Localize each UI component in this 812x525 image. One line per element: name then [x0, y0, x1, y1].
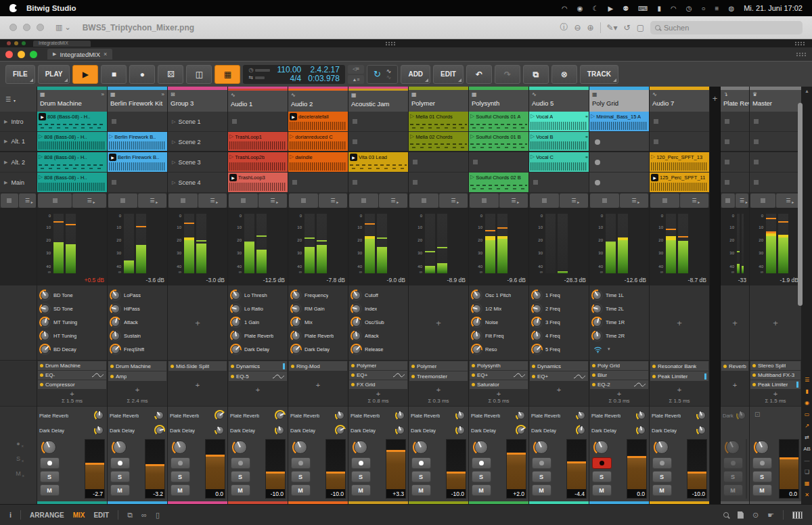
accessibility-icon[interactable]: ⚉ [623, 5, 629, 12]
clip-slot[interactable]: ▷Mella 01 Chords [409, 112, 468, 132]
mute-button[interactable]: M [171, 484, 190, 496]
dual-display-icon[interactable]: ⧉ [127, 511, 133, 520]
vertical-scrollbar[interactable] [798, 103, 803, 306]
add-remote-control-button[interactable]: + [723, 288, 747, 357]
tempo-display[interactable]: 110.00 [277, 66, 301, 74]
track-stop-button[interactable] [38, 193, 72, 208]
clip-slot[interactable]: ▷Scene 3 [168, 152, 227, 173]
drag-handle-icon[interactable] [796, 52, 807, 57]
record-arm-button[interactable] [171, 457, 190, 469]
scene-row[interactable]: ▶Intro [0, 112, 37, 132]
macro-knob[interactable] [351, 290, 362, 301]
close-window-button[interactable] [9, 24, 17, 31]
panel-icon[interactable]: ▯ [156, 511, 160, 520]
macro-knob[interactable] [351, 344, 362, 355]
volume-fader[interactable]: +2.0 [506, 439, 526, 499]
clip-slot[interactable] [589, 132, 649, 152]
chevron-down-icon[interactable]: ▾ [608, 346, 610, 352]
tempo-slider[interactable] [255, 69, 270, 72]
volume-fader[interactable]: -10.0 [265, 439, 286, 499]
clip-play-icon[interactable]: ▷ [531, 114, 535, 119]
spotlight-icon[interactable]: ○ [702, 5, 706, 12]
clip-stop-button[interactable] [725, 160, 729, 164]
send-knob[interactable] [335, 410, 346, 421]
clip-play-icon[interactable]: ▷ [651, 154, 655, 160]
project-tab[interactable]: ▶ IntegratedMIX × [47, 49, 112, 60]
solo-button[interactable]: S [723, 471, 743, 482]
device-power-dot[interactable] [752, 383, 756, 386]
device-item[interactable]: EQ+ [349, 371, 407, 380]
time-display[interactable]: 0:03.978 [308, 74, 340, 83]
record-arm-button[interactable] [291, 457, 311, 469]
macro-knob[interactable] [230, 344, 242, 355]
solo-button[interactable]: S [351, 471, 371, 482]
stop-button[interactable]: ■ [101, 65, 127, 84]
track-stop-button[interactable] [590, 193, 619, 208]
clip-slot[interactable]: ▶deceleratefall [288, 112, 348, 132]
clip-slot[interactable]: ▷TrashLoop1 [228, 132, 288, 152]
edit-menu-button[interactable]: EDIT [433, 65, 464, 84]
macro-knob[interactable] [39, 344, 51, 355]
clip-slot[interactable]: ▷808 (Bass-08) - H.. [37, 173, 107, 193]
device-item[interactable]: FX Grid [349, 380, 407, 389]
clip-slot[interactable] [348, 132, 408, 152]
record-arm-button[interactable] [592, 457, 612, 469]
device-power-dot[interactable] [40, 383, 43, 386]
device-item[interactable]: Peak Limiter [650, 371, 708, 381]
track-stop-button[interactable] [229, 193, 258, 208]
mixer-panel-toggle[interactable]: ✕ [805, 493, 809, 498]
zoom-in-icon[interactable]: ⊕ [587, 23, 593, 32]
device-item[interactable]: Multiband FX-3 [750, 371, 800, 380]
volume-fader[interactable]: 0.0 [205, 439, 225, 499]
add-device-button[interactable]: + [590, 390, 648, 398]
shuffle-slider[interactable] [255, 76, 265, 79]
macro-knob[interactable] [290, 344, 302, 355]
metronome-button[interactable]: ◫ [186, 65, 212, 84]
track-menu-button[interactable]: TRACK [580, 65, 618, 84]
pan-knob[interactable] [41, 439, 58, 455]
keyboard-icon[interactable]: ⌨ [638, 5, 648, 12]
clear-mute-button[interactable]: M [16, 470, 21, 477]
clip-slot[interactable]: ▷Scene 4 [168, 173, 227, 193]
track-header[interactable]: ↴Plate Reverb [721, 87, 749, 112]
device-item[interactable]: Amp [108, 371, 166, 381]
track-header[interactable]: ∿Audio 1 [228, 87, 288, 112]
solo-button[interactable]: S [40, 471, 60, 482]
clip-slot[interactable] [589, 173, 649, 193]
send-knob[interactable] [636, 425, 647, 436]
add-device-button[interactable]: + [470, 390, 528, 398]
zoom-window-button[interactable] [30, 51, 37, 58]
clip-play-icon[interactable]: ▷ [531, 134, 535, 139]
loop-button[interactable]: ↻ [374, 69, 381, 79]
drag-handle-icon[interactable] [794, 41, 805, 46]
file-menu-button[interactable]: FILE [5, 65, 35, 84]
device-power-dot[interactable] [351, 364, 355, 367]
scene-mode-button[interactable]: ☰▸ [736, 193, 749, 208]
stop-all-clips-button[interactable] [1, 193, 18, 208]
send-knob[interactable] [516, 410, 526, 421]
macro-knob[interactable] [39, 303, 51, 315]
clip-slot[interactable]: ▶125_Perc_SPFT_11 [650, 173, 709, 193]
clip-play-icon[interactable]: ▷ [109, 134, 113, 139]
send-knob[interactable] [455, 410, 466, 421]
send-knob[interactable] [696, 410, 707, 421]
scene-mode-button[interactable]: ☰▸ [776, 193, 801, 208]
pan-knob[interactable] [172, 439, 188, 455]
pan-knob[interactable] [292, 439, 309, 455]
scene-play-icon[interactable]: ▶ [4, 119, 7, 124]
add-device-button[interactable]: + [409, 382, 468, 398]
clip-slot[interactable]: ▷Soulful Chords 01 B [469, 132, 528, 152]
close-window-button[interactable] [7, 41, 11, 45]
macro-knob[interactable] [531, 303, 543, 315]
macro-knob[interactable] [110, 330, 121, 342]
clip-play-icon[interactable]: ▷ [39, 154, 43, 160]
add-menu-button[interactable]: ADD [401, 65, 430, 84]
pan-knob[interactable] [593, 439, 610, 455]
solo-button[interactable]: S [472, 471, 491, 482]
menu-clock[interactable]: Mi. 21. Juni 17:02 [744, 4, 803, 12]
track-stop-button[interactable] [650, 193, 679, 208]
search-input[interactable]: Suchen [650, 21, 803, 35]
screen-record-icon[interactable]: ◠ [562, 5, 568, 12]
clip-slot[interactable]: ▷dwindle [288, 152, 348, 173]
device-item[interactable]: Mid-Side Split [168, 361, 227, 371]
